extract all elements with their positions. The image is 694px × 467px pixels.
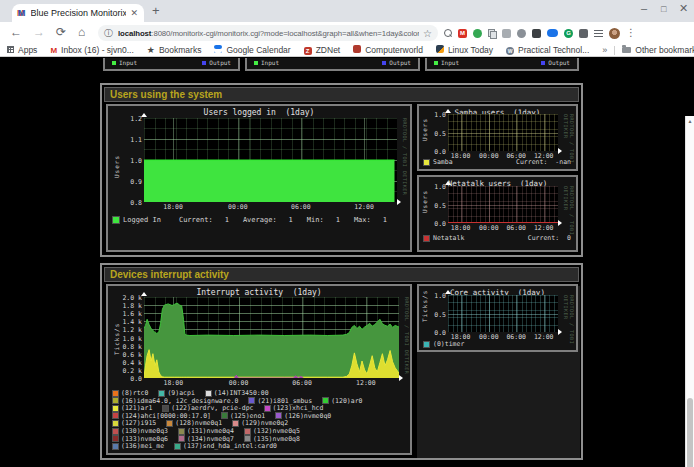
(136)mei_me-swatch bbox=[113, 444, 118, 449]
browser-menu-icon[interactable]: ⋮ bbox=[626, 28, 636, 38]
plot-area bbox=[448, 295, 558, 332]
extension-green-globe-icon[interactable] bbox=[473, 29, 482, 38]
page-scrollbar[interactable]: ▲ ▼ bbox=[685, 116, 694, 467]
monitorix-favicon: M bbox=[18, 9, 26, 18]
(132)nvme0q5-swatch bbox=[245, 429, 250, 434]
bookmark-wp[interactable]: WPractical Technol... bbox=[506, 45, 589, 55]
address-bar[interactable]: ⓘ localhost:8080/monitorix-cgi/monitorix… bbox=[98, 25, 438, 41]
extension-copy-pages-icon[interactable] bbox=[488, 29, 496, 37]
bookmarks-overflow-icon[interactable]: » bbox=[602, 45, 607, 55]
window-minimize-button[interactable]: – bbox=[641, 2, 647, 14]
input-legend-swatch bbox=[112, 61, 116, 65]
scrollbar-thumb[interactable] bbox=[687, 398, 693, 467]
bookmark-calendar[interactable]: Google Calendar bbox=[214, 45, 290, 55]
extension-blue-pill-icon[interactable] bbox=[547, 29, 558, 37]
extensions-row: MG⋮ bbox=[444, 25, 636, 41]
bookmark-gmail[interactable]: MInbox (16) - sjvn0... bbox=[50, 45, 133, 55]
y-tick-label: 1.0 bbox=[416, 183, 446, 191]
graph-title: Users logged in (1day) bbox=[108, 108, 410, 117]
bookmark-star-icon[interactable]: ☆ bbox=[423, 28, 432, 39]
Logged In-swatch bbox=[113, 217, 119, 223]
bookmarks-bar: AppsMInbox (16) - sjvn0...★BookmarksGoog… bbox=[0, 44, 694, 57]
bookmark-cw[interactable]: Computerworld bbox=[353, 45, 423, 55]
y-tick-label: 0.0 bbox=[112, 375, 142, 383]
bookmark-star[interactable]: ★Bookmarks bbox=[147, 45, 202, 55]
stat-label: Current: bbox=[179, 216, 213, 224]
stat-label: Current: bbox=[528, 234, 559, 242]
window-close-button[interactable]: ✕ bbox=[679, 2, 688, 15]
major-gridline bbox=[448, 133, 558, 134]
(137)snd_hda_intel:card0-swatch bbox=[175, 444, 180, 449]
scroll-up-icon[interactable]: ▲ bbox=[686, 118, 694, 124]
(126)nvme0q0-swatch bbox=[276, 413, 281, 418]
tab-close-icon[interactable]: ✕ bbox=[130, 8, 138, 18]
x-tick-label: 06:00 bbox=[501, 224, 531, 232]
section-interrupts-title: Devices interrupt activity bbox=[104, 267, 579, 282]
stat-label: Average: bbox=[243, 216, 277, 224]
extension-gray-app-icon[interactable] bbox=[502, 29, 511, 38]
profile-avatar[interactable] bbox=[609, 28, 620, 39]
apps-shortcut[interactable]: Apps bbox=[7, 45, 37, 55]
bookmark-zdnet[interactable]: ZZDNet bbox=[304, 45, 341, 55]
y-tick-label: 1.8 k bbox=[112, 302, 142, 310]
legend-label: Samba bbox=[433, 158, 453, 166]
stat-value: -nan bbox=[555, 158, 571, 166]
y-tick-label: 1.0 bbox=[416, 111, 446, 119]
tab-monitorix[interactable]: M Blue Precision Monitorix ✕ bbox=[12, 4, 144, 22]
apps-grid-icon bbox=[7, 45, 14, 55]
input-legend-swatch bbox=[254, 61, 258, 65]
output-legend-swatch bbox=[202, 61, 206, 65]
stat-label: Current: bbox=[516, 158, 547, 166]
legend-row: SambaCurrent:-nan bbox=[424, 158, 571, 166]
y-tick-label: 0.5 bbox=[416, 311, 446, 319]
y-tick-label: 1.2 k bbox=[112, 326, 142, 334]
stat-value: 1 bbox=[225, 216, 229, 224]
zdnet-icon: Z bbox=[304, 45, 312, 55]
extension-mail-icon[interactable]: M bbox=[458, 29, 467, 38]
y-tick-label: 0.8 bbox=[112, 199, 142, 207]
bookmark-label: Apps bbox=[18, 45, 37, 55]
extension-search-icon[interactable] bbox=[444, 29, 452, 37]
plot-area bbox=[448, 114, 558, 151]
wordpress-icon: W bbox=[506, 45, 514, 55]
legend-row: (136)mei_me(137)snd_hda_intel:card0 bbox=[113, 442, 408, 450]
(127)i915-swatch bbox=[113, 421, 118, 426]
stat-value: 1 bbox=[383, 216, 387, 224]
x-tick-label: 12:00 bbox=[351, 379, 381, 387]
stat-label: Min: bbox=[307, 216, 324, 224]
extension-grammarly-icon[interactable]: G bbox=[564, 29, 573, 38]
tune-icon[interactable] bbox=[594, 30, 603, 37]
window-maximize-button[interactable]: □ bbox=[661, 4, 666, 14]
legend-label: Netatalk bbox=[433, 234, 464, 242]
extension-dark-app-icon[interactable] bbox=[532, 29, 541, 38]
(125)eno1-swatch bbox=[222, 413, 227, 418]
extension-speaker-icon[interactable] bbox=[517, 29, 526, 38]
back-icon[interactable]: ← bbox=[10, 25, 22, 39]
bookmark-lt[interactable]: Linux Today bbox=[436, 45, 493, 55]
y-tick-label: 1.4 k bbox=[112, 318, 142, 326]
page-info-icon[interactable]: ⓘ bbox=[104, 27, 113, 40]
(121)ar1-swatch bbox=[113, 406, 118, 411]
bookmark-label: ZDNet bbox=[316, 45, 341, 55]
other-bookmarks[interactable]: Other bookmarks bbox=[622, 45, 694, 55]
browser-toolbar: ← → ⟳ ⌂ ⓘ localhost:8080/monitorix-cgi/m… bbox=[0, 22, 694, 44]
stat-value: 0 bbox=[567, 234, 571, 242]
bookmark-label: Bookmarks bbox=[159, 45, 202, 55]
new-tab-button[interactable]: + bbox=[152, 3, 160, 18]
stat-label: Max: bbox=[354, 216, 371, 224]
axis-arrow-right bbox=[399, 375, 403, 381]
extensions-puzzle-icon[interactable] bbox=[579, 29, 588, 38]
input-legend-label: Input bbox=[441, 59, 459, 66]
output-legend-swatch bbox=[382, 61, 386, 65]
Netatalk-swatch bbox=[424, 236, 429, 241]
home-icon[interactable]: ⌂ bbox=[78, 25, 85, 39]
linuxtoday-icon bbox=[436, 45, 444, 55]
y-tick-label: 1.6 k bbox=[112, 310, 142, 318]
legend-row: Logged InCurrent:1Average:1Min:1Max:1 bbox=[113, 216, 405, 224]
x-tick-label: 18:00 bbox=[158, 379, 188, 387]
reload-icon[interactable]: ⟳ bbox=[56, 25, 66, 39]
(131)nvme0q4-swatch bbox=[179, 429, 184, 434]
(134)nvme0q7-swatch bbox=[179, 436, 184, 441]
forward-icon[interactable]: → bbox=[33, 25, 45, 39]
tab-title: Blue Precision Monitorix bbox=[31, 8, 127, 18]
